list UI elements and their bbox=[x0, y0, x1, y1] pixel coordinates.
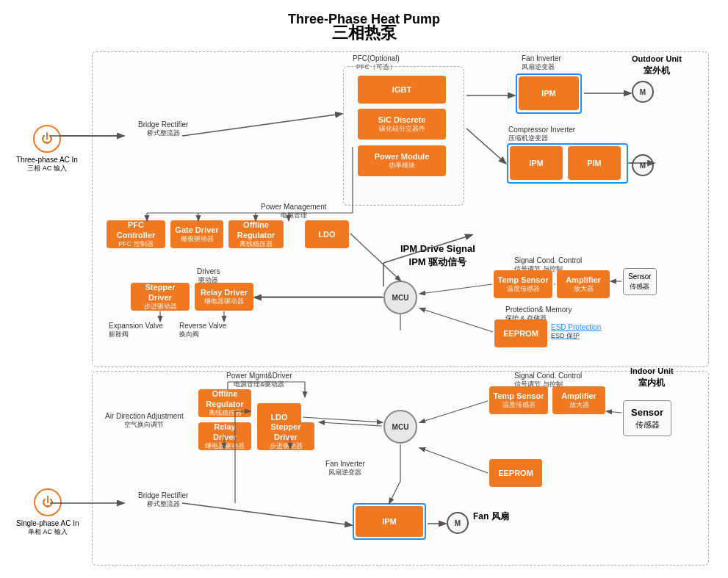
expansion-valve-label: Expansion Valve 膨胀阀 bbox=[109, 321, 163, 339]
stepper-driver-indoor-box: Stepper Driver 步进驱动器 bbox=[257, 422, 314, 450]
relay-driver-outdoor-box: Relay Driver 继电器驱动器 bbox=[195, 283, 253, 311]
fan-inverter-outdoor-label: Fan Inverter 风扇逆变器 bbox=[522, 54, 561, 72]
gate-driver-box: Gate Driver 栅极驱动器 bbox=[170, 220, 223, 248]
single-phase-ac-icon: ⏻ bbox=[34, 488, 62, 516]
single-phase-ac-label: Single-phase AC In 单相 AC 输入 bbox=[16, 519, 79, 537]
fan-ipm-indoor-box: IPM bbox=[356, 506, 423, 537]
ipm-drive-signal-label: IPM Drive Signal IPM 驱动信号 bbox=[400, 242, 475, 269]
outdoor-unit-label: Outdoor Unit 室外机 bbox=[632, 54, 682, 77]
page-container: Three-Phase Heat Pump 三相热泵 Outdoor Unit … bbox=[0, 0, 728, 578]
esd-protection-outdoor: ESD Protection ESD 保护 bbox=[551, 323, 601, 341]
title-cn: 三相热泵 bbox=[0, 22, 728, 44]
temp-sensor-indoor-box: Temp Sensor 温度传感器 bbox=[489, 386, 548, 414]
motor-fan-outdoor: M bbox=[632, 81, 654, 103]
air-direction-label: Air Direction Adjustment 空气换向调节 bbox=[105, 411, 184, 430]
igbt-box: IGBT bbox=[358, 76, 446, 104]
amplifier-outdoor-box: Amplifier 放大器 bbox=[557, 270, 610, 298]
pfc-controller-box: PFC Controller PFC 控制器 bbox=[107, 220, 165, 248]
compressor-inverter-label: Compressor Inverter 压缩机逆变器 bbox=[508, 125, 575, 143]
amplifier-indoor-box: Amplifier 放大器 bbox=[552, 386, 605, 414]
stepper-driver-outdoor-box: Stepper Driver 步进驱动器 bbox=[131, 283, 190, 311]
relay-driver-indoor-box: Relay Driver 继电器驱动器 bbox=[198, 422, 251, 450]
compressor-pim-box: PIM bbox=[568, 146, 621, 180]
temp-sensor-outdoor-box: Temp Sensor 温度传感器 bbox=[494, 270, 552, 298]
sensor-outdoor: Sensor 传感器 bbox=[623, 268, 657, 295]
three-phase-ac-label: Three-phase AC In 三相 AC 输入 bbox=[16, 156, 78, 173]
sic-discrete-box: SiC Discrete 碳化硅分立器件 bbox=[358, 109, 446, 140]
power-mgmt-indoor-label: Power Mgmt&Driver 电源管理&驱动器 bbox=[226, 371, 292, 389]
eeprom-outdoor-box: EEPROM bbox=[494, 319, 547, 347]
bridge-rectifier-outdoor-label: Bridge Rectifier 桥式整流器 bbox=[138, 120, 188, 138]
offline-reg-indoor-box: Offline Regulator 离线稳压器 bbox=[198, 389, 251, 417]
compressor-ipm-box: IPM bbox=[510, 146, 563, 180]
power-mgmt-outdoor-label: Power Management 电源管理 bbox=[261, 202, 327, 220]
ldo-outdoor-box: LDO bbox=[305, 220, 349, 248]
offline-reg-outdoor-box: Offline Regulator 离线稳压器 bbox=[228, 220, 284, 248]
mcu-outdoor: MCU bbox=[383, 281, 417, 314]
fan-label: Fan 风扇 bbox=[473, 510, 509, 523]
indoor-unit-label: Indoor Unit 室内机 bbox=[630, 366, 674, 389]
sensor-indoor: Sensor 传感器 bbox=[623, 400, 671, 436]
three-phase-ac-icon: ⏻ bbox=[33, 125, 61, 153]
fan-inverter-indoor-label: Fan Inverter 风扇逆变器 bbox=[325, 459, 365, 477]
single-phase-ac-input: ⏻ Single-phase AC In 单相 AC 输入 bbox=[16, 488, 79, 537]
drivers-label: Drivers 驱动器 bbox=[197, 267, 220, 285]
motor-compressor: M bbox=[632, 154, 654, 176]
bridge-rectifier-indoor-label: Bridge Rectifier 桥式整流器 bbox=[138, 491, 188, 509]
mcu-indoor: MCU bbox=[383, 410, 417, 444]
three-phase-ac-input: ⏻ Three-phase AC In 三相 AC 输入 bbox=[16, 125, 78, 173]
fan-ipm-box: IPM bbox=[519, 76, 579, 110]
eeprom-indoor-box: EEPROM bbox=[489, 459, 542, 487]
reverse-valve-label: Reverse Valve 换向阀 bbox=[179, 321, 226, 339]
power-module-box: Power Module 功率模块 bbox=[358, 145, 446, 176]
motor-fan-indoor: M bbox=[447, 512, 469, 534]
